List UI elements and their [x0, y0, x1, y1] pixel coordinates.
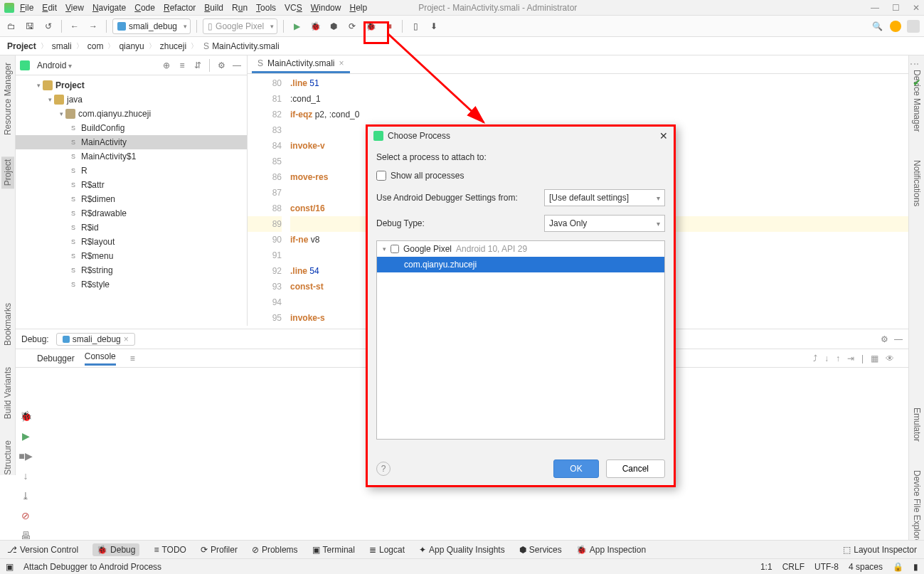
forward-icon[interactable]: → [86, 19, 100, 33]
hide-icon[interactable]: — [231, 60, 243, 71]
menu-edit[interactable]: Edit [42, 3, 57, 13]
device-checkbox[interactable] [391, 245, 399, 253]
stack-down-icon[interactable]: ↓ [23, 470, 28, 482]
bottom-services[interactable]: ⬢Services [519, 545, 562, 555]
debug-settings-icon[interactable]: ⚙ [881, 334, 888, 344]
crumb-zhuceji[interactable]: zhuceji [160, 41, 186, 51]
menu-view[interactable]: View [65, 3, 84, 13]
save-icon[interactable]: 🖫 [23, 19, 37, 33]
project-tree[interactable]: ▾Project ▾java ▾com.qianyu.zhuceji SBuil… [16, 75, 247, 326]
console-tab[interactable]: Console [85, 351, 116, 366]
maximize-icon[interactable]: ☐ [892, 3, 900, 13]
status-mem-icon[interactable]: ▮ [913, 562, 918, 572]
watch-icon[interactable]: 👁 [886, 354, 894, 363]
user-avatar[interactable] [907, 20, 920, 33]
cancel-button[interactable]: Cancel [606, 459, 665, 478]
project-view-combo[interactable]: Android [37, 60, 72, 70]
pause-icon[interactable]: ■▶ [18, 450, 32, 462]
show-all-checkbox[interactable]: Show all processes [376, 171, 665, 181]
bottom-terminal[interactable]: ▣Terminal [312, 545, 355, 555]
status-position[interactable]: 1:1 [760, 562, 772, 572]
sdk-icon[interactable]: ⬇ [427, 19, 441, 33]
run-config-combo[interactable]: smali_debug [112, 18, 191, 34]
coverage-icon[interactable]: ⬢ [326, 19, 341, 33]
crumb-file[interactable]: MainActivity.smali [212, 41, 279, 51]
menu-help[interactable]: Help [349, 3, 367, 13]
bottom-debug[interactable]: 🐞Debug [92, 543, 139, 556]
tool-device-file-explorer[interactable]: Device File Explorer [912, 470, 922, 546]
tool-structure[interactable]: Structure [3, 440, 13, 475]
open-icon[interactable]: 🗀 [4, 19, 18, 33]
status-square-icon[interactable]: ▣ [6, 562, 14, 572]
ok-button[interactable]: OK [553, 459, 598, 478]
status-line-sep[interactable]: CRLF [782, 562, 804, 572]
close-tab-icon[interactable]: × [339, 58, 344, 68]
run-icon[interactable]: ▶ [290, 19, 304, 33]
bottom-app-quality[interactable]: ✦App Quality Insights [419, 545, 505, 555]
resume-icon[interactable]: 🐞 [20, 410, 32, 422]
crumb-com[interactable]: com [87, 41, 104, 51]
collapse-icon[interactable]: ⇵ [192, 60, 203, 71]
debug-config-tab[interactable]: smali_debug× [56, 333, 135, 346]
expand-icon[interactable]: ≡ [176, 60, 188, 71]
notification-badge-icon[interactable] [890, 21, 901, 32]
step-into-icon[interactable]: ↓ [824, 354, 829, 363]
sync-icon[interactable]: ↺ [41, 19, 55, 33]
menu-navigate[interactable]: Navigate [92, 3, 126, 13]
close-icon[interactable]: ✕ [913, 3, 920, 13]
status-indent[interactable]: 4 spaces [849, 562, 883, 572]
run-to-cursor-icon[interactable]: ⇥ [847, 354, 854, 363]
settings-from-combo[interactable]: [Use default settings] [544, 189, 665, 206]
mute-bp-icon[interactable]: ⊘ [21, 510, 30, 521]
crumb-smali[interactable]: smali [52, 41, 72, 51]
debug-icon[interactable]: 🐞 [308, 19, 322, 33]
bottom-todo[interactable]: ≡TODO [154, 545, 186, 555]
debug-type-combo[interactable]: Java Only [544, 215, 665, 232]
menu-tools[interactable]: Tools [256, 3, 276, 13]
tool-build-variants[interactable]: Build Variants [3, 367, 13, 419]
bottom-profiler[interactable]: ⟳Profiler [201, 545, 238, 555]
evaluate-icon[interactable]: ▦ [871, 354, 878, 363]
editor-options-icon[interactable]: ⋮ [910, 60, 920, 68]
status-readonly-icon[interactable]: 🔒 [893, 562, 903, 572]
tool-bookmarks[interactable]: Bookmarks [3, 303, 13, 346]
step-over-icon[interactable]: ⤴ [813, 354, 817, 363]
menu-build[interactable]: Build [204, 3, 223, 13]
bottom-version-control[interactable]: ⎇Version Control [7, 545, 78, 555]
back-icon[interactable]: ← [68, 19, 82, 33]
editor-tab[interactable]: SMainActivity.smali× [252, 56, 350, 73]
menu-refactor[interactable]: Refactor [164, 3, 196, 13]
dialog-close-icon[interactable]: ✕ [659, 130, 668, 142]
crumb-qianyu[interactable]: qianyu [119, 41, 144, 51]
tool-notifications[interactable]: Notifications [912, 160, 922, 206]
bottom-app-inspection[interactable]: 🐞App Inspection [576, 545, 646, 555]
help-icon[interactable]: ? [376, 462, 391, 476]
rerun-icon[interactable]: ▶ [22, 430, 30, 442]
tool-project[interactable]: Project [1, 156, 14, 188]
bottom-logcat[interactable]: ≣Logcat [369, 545, 405, 555]
crumb-project[interactable]: Project [7, 41, 36, 51]
debug-hide-icon[interactable]: — [894, 334, 903, 344]
menu-window[interactable]: Window [311, 3, 341, 13]
tool-emulator[interactable]: Emulator [912, 408, 922, 442]
step-out-icon[interactable]: ↑ [836, 354, 840, 363]
stack-up-icon[interactable]: ⤓ [21, 490, 30, 501]
avd-icon[interactable]: ▯ [408, 19, 423, 33]
debugger-tab[interactable]: Debugger [37, 354, 75, 363]
bottom-layout-inspector[interactable]: ⬚Layout Inspector [843, 545, 917, 555]
tool-resource-manager[interactable]: Resource Manager [3, 63, 13, 135]
minimize-icon[interactable]: — [871, 3, 879, 13]
locate-icon[interactable]: ⊕ [161, 60, 172, 71]
device-combo[interactable]: ▯Google Pixel [203, 18, 277, 34]
menu-vcs[interactable]: VCS [285, 3, 302, 13]
menu-file[interactable]: File [20, 3, 33, 13]
process-list[interactable]: ▾Google PixelAndroid 10, API 29 com.qian… [376, 240, 665, 440]
menu-run[interactable]: Run [232, 3, 248, 13]
bottom-problems[interactable]: ⊘Problems [252, 545, 298, 555]
menu-code[interactable]: Code [134, 3, 155, 13]
process-item[interactable]: com.qianyu.zhuceji [377, 257, 664, 272]
settings-icon[interactable]: ⚙ [216, 60, 227, 71]
search-icon[interactable]: 🔍 [870, 19, 884, 33]
more-tabs-icon[interactable]: ≡ [130, 354, 135, 363]
status-encoding[interactable]: UTF-8 [814, 562, 839, 572]
